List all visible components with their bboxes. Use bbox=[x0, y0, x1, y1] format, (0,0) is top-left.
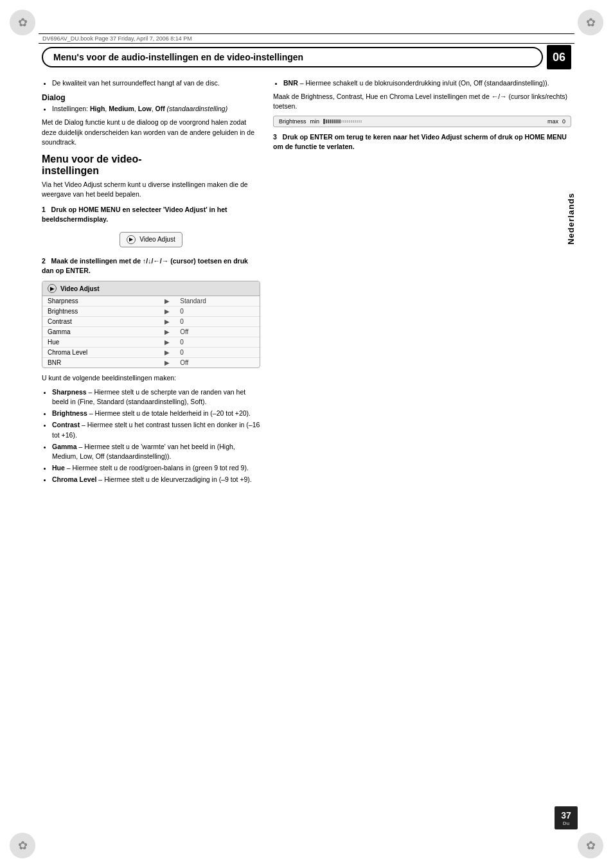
corner-decoration-tl: ✿ bbox=[10, 10, 35, 35]
brightness-bar-container: Brightness min bbox=[273, 116, 571, 127]
explanation-intro: U kunt de volgende beeldinstellingen mak… bbox=[42, 373, 260, 383]
corner-decoration-tr: ✿ bbox=[578, 10, 603, 35]
dialog-heading: Dialog bbox=[42, 93, 260, 102]
file-info-text: DV696AV_DU.book Page 37 Friday, April 7,… bbox=[42, 35, 192, 42]
list-item: Contrast – Hiermee stelt u het contrast … bbox=[52, 420, 260, 439]
bnr-bold: BNR bbox=[283, 79, 298, 87]
va-row-arrow: ▶ bbox=[159, 337, 175, 348]
bullets-list: Sharpness – Hiermee stelt u de scherpte … bbox=[42, 387, 260, 485]
main-content: Menu's voor de audio-instellingen en de … bbox=[42, 45, 571, 823]
chapter-header: Menu's voor de audio-instellingen en de … bbox=[42, 45, 571, 69]
va-row-value: 0 bbox=[175, 306, 260, 317]
intro-list: De kwaliteit van het surroundeffect hang… bbox=[42, 78, 260, 88]
table-row: Hue ▶ 0 bbox=[42, 337, 260, 348]
video-adjust-icon-small: ▶ bbox=[127, 235, 136, 244]
table-row: Sharpness ▶ Standard bbox=[42, 296, 260, 306]
left-column: De kwaliteit van het surroundeffect hang… bbox=[42, 78, 260, 489]
brightness-min: min bbox=[310, 118, 320, 125]
va-row-name: BNR bbox=[42, 358, 159, 368]
step2-label: 2 Maak de instellingen met de ↑/↓/←/→ (c… bbox=[42, 256, 260, 276]
video-adjust-table-container: ▶ Video Adjust Sharpness ▶ StandardBrigh… bbox=[42, 281, 260, 368]
va-row-value: Off bbox=[175, 358, 260, 368]
va-row-name: Hue bbox=[42, 337, 159, 348]
chapter-number: 06 bbox=[547, 45, 571, 69]
right-column: BNR – Hiermee schakelt u de blokruisonde… bbox=[273, 78, 571, 489]
va-row-name: Contrast bbox=[42, 317, 159, 327]
list-item: Chroma Level – Hiermee stelt u de kleurv… bbox=[52, 475, 260, 484]
maak-text: Maak de Brightness, Contrast, Hue en Chr… bbox=[273, 92, 571, 111]
va-row-arrow: ▶ bbox=[159, 327, 175, 337]
va-row-arrow: ▶ bbox=[159, 358, 175, 368]
list-item: Gamma – Hiermee stelt u de 'warmte' van … bbox=[52, 442, 260, 461]
va-table: Sharpness ▶ StandardBrightness ▶ 0Contra… bbox=[42, 296, 260, 368]
video-adjust-small-label: Video Adjust bbox=[139, 236, 175, 243]
va-row-value: Standard bbox=[175, 296, 260, 306]
brightness-value: 0 bbox=[562, 118, 565, 125]
list-item: Hue – Hiermee stelt u de rood/groen-bala… bbox=[52, 463, 260, 473]
bnr-list: BNR – Hiermee schakelt u de blokruisonde… bbox=[273, 78, 571, 88]
list-item: Brightness – Hiermee stelt u de totale h… bbox=[52, 409, 260, 418]
va-row-value: 0 bbox=[175, 317, 260, 327]
va-table-header: ▶ Video Adjust bbox=[42, 281, 260, 296]
va-row-value: Off bbox=[175, 327, 260, 337]
corner-decoration-br: ✿ bbox=[578, 833, 603, 858]
step1-label: 1 Druk op HOME MENU en selecteer 'Video … bbox=[42, 205, 260, 224]
file-info-bar: DV696AV_DU.book Page 37 Friday, April 7,… bbox=[39, 33, 574, 44]
two-column-layout: De kwaliteit van het surroundeffect hang… bbox=[42, 78, 571, 489]
va-table-title: Video Adjust bbox=[60, 285, 100, 292]
table-row: Gamma ▶ Off bbox=[42, 327, 260, 337]
va-row-arrow: ▶ bbox=[159, 296, 175, 306]
dialog-list: Instellingen: High, Medium, Low, Off (st… bbox=[42, 104, 260, 114]
list-item: Sharpness – Hiermee stelt u de scherpte … bbox=[52, 387, 260, 407]
va-row-name: Gamma bbox=[42, 327, 159, 337]
va-row-value: 0 bbox=[175, 348, 260, 358]
video-heading: Menu voor de video-instellingen bbox=[42, 154, 260, 177]
va-table-icon: ▶ bbox=[48, 284, 57, 293]
corner-decoration-bl: ✿ bbox=[10, 833, 35, 858]
va-row-arrow: ▶ bbox=[159, 306, 175, 317]
brightness-label: Brightness bbox=[279, 118, 306, 125]
va-row-arrow: ▶ bbox=[159, 317, 175, 327]
bnr-text: – Hiermee schakelt u de blokruisonderdru… bbox=[298, 79, 549, 87]
va-row-arrow: ▶ bbox=[159, 348, 175, 358]
step3-text: 3 Druk op ENTER om terug te keren naar h… bbox=[273, 132, 571, 152]
dialog-text: Met de Dialog functie kunt u de dialoog … bbox=[42, 118, 260, 147]
table-row: Brightness ▶ 0 bbox=[42, 306, 260, 317]
table-row: Chroma Level ▶ 0 bbox=[42, 348, 260, 358]
video-intro: Via het Video Adjust scherm kunt u diver… bbox=[42, 180, 260, 199]
va-row-name: Brightness bbox=[42, 306, 159, 317]
chapter-title: Menu's voor de audio-instellingen en de … bbox=[42, 47, 543, 67]
table-row: Contrast ▶ 0 bbox=[42, 317, 260, 327]
dialog-bullet: Instellingen: High, Medium, Low, Off (st… bbox=[52, 104, 260, 114]
table-row: BNR ▶ Off bbox=[42, 358, 260, 368]
brightness-max: max bbox=[547, 118, 558, 125]
va-row-name: Chroma Level bbox=[42, 348, 159, 358]
intro-bullet: De kwaliteit van het surroundeffect hang… bbox=[52, 78, 260, 88]
brightness-ticks bbox=[323, 119, 544, 124]
bnr-bullet: BNR – Hiermee schakelt u de blokruisonde… bbox=[283, 78, 571, 88]
va-row-value: 0 bbox=[175, 337, 260, 348]
video-adjust-small-ui: ▶ Video Adjust bbox=[120, 232, 182, 247]
va-row-name: Sharpness bbox=[42, 296, 159, 306]
